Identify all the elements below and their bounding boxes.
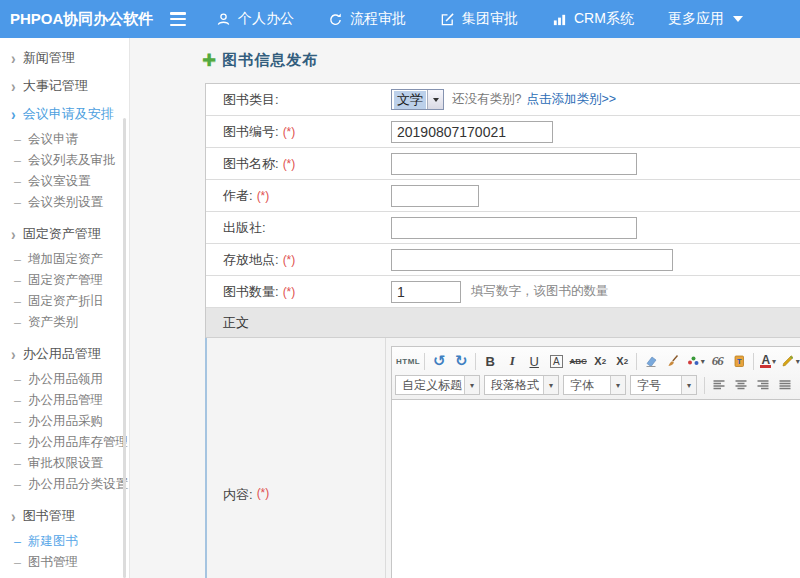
underline-icon[interactable]: U bbox=[524, 351, 544, 371]
caret-icon: ▾ bbox=[796, 357, 800, 366]
combo-arrow-icon: ▾ bbox=[681, 376, 696, 394]
dash-icon: – bbox=[14, 154, 21, 168]
supplies-sublist: –办公用品领用 –办公用品管理 –办公用品采购 –办公用品库存管理 –审批权限设… bbox=[0, 369, 129, 495]
row-location: 存放地点:(*) bbox=[206, 244, 800, 276]
dash-icon: – bbox=[14, 535, 21, 549]
format-painter-icon[interactable] bbox=[663, 351, 683, 371]
required-mark: (*) bbox=[257, 189, 270, 203]
book-name-input[interactable] bbox=[391, 153, 637, 175]
quantity-input[interactable] bbox=[391, 281, 461, 303]
sidebar-item-meeting[interactable]: ›会议申请及安排 bbox=[0, 100, 129, 128]
row-publisher: 出版社: bbox=[206, 212, 800, 244]
font-family-combo[interactable]: 字体▾ bbox=[563, 375, 626, 395]
sidebar-item-assets[interactable]: ›固定资产管理 bbox=[0, 220, 129, 248]
sidebar-item-asset-manage[interactable]: –固定资产管理 bbox=[0, 270, 129, 291]
sidebar-item-meeting-room[interactable]: –会议室设置 bbox=[0, 171, 129, 192]
combo-arrow-icon: ▾ bbox=[464, 376, 479, 394]
sidebar-item-books[interactable]: ›图书管理 bbox=[0, 502, 129, 530]
chevron-right-icon: › bbox=[11, 507, 16, 525]
source-code-button[interactable]: HTML bbox=[396, 351, 420, 371]
align-left-icon[interactable] bbox=[709, 375, 729, 395]
sidebar-item-asset-category[interactable]: –资产类别 bbox=[0, 312, 129, 333]
sidebar-scrollbar[interactable] bbox=[123, 118, 126, 578]
dash-icon: – bbox=[14, 175, 21, 189]
required-mark: (*) bbox=[257, 486, 270, 500]
location-input[interactable] bbox=[391, 249, 673, 271]
paragraph-format-combo[interactable]: 段落格式▾ bbox=[484, 375, 559, 395]
dash-icon: – bbox=[14, 316, 21, 330]
approve-icon bbox=[440, 12, 455, 27]
combo-arrow-icon: ▾ bbox=[543, 376, 558, 394]
sidebar-item-supplies[interactable]: ›办公用品管理 bbox=[0, 340, 129, 368]
blockquote-icon[interactable]: 66 bbox=[707, 351, 727, 371]
sidebar-item-supplies-stock[interactable]: –办公用品库存管理 bbox=[0, 432, 129, 453]
quantity-hint: 填写数字，该图书的数量 bbox=[471, 283, 609, 300]
italic-icon[interactable]: I bbox=[502, 351, 522, 371]
align-justify-icon[interactable] bbox=[775, 375, 795, 395]
top-header-bar: PHPOA协同办公软件 个人办公 流程审批 集团审批 CRM系统 更多应用 bbox=[0, 0, 800, 38]
sidebar-item-supplies-manage[interactable]: –办公用品管理 bbox=[0, 390, 129, 411]
menu-personal-office[interactable]: 个人办公 bbox=[216, 10, 294, 28]
row-quantity: 图书数量:(*) 填写数字，该图书的数量 bbox=[206, 276, 800, 308]
toolbar-row-2: 自定义标题▾ 段落格式▾ 字体▾ 字号▾ bbox=[395, 373, 800, 397]
strikethrough-icon[interactable]: ABC bbox=[568, 351, 588, 371]
svg-text:T: T bbox=[737, 357, 742, 366]
sidebar-item-approval-permission[interactable]: –审批权限设置 bbox=[0, 453, 129, 474]
align-right-icon[interactable] bbox=[753, 375, 773, 395]
caret-down-icon bbox=[733, 16, 743, 22]
add-category-link[interactable]: 点击添加类别>> bbox=[526, 91, 616, 108]
sidebar-item-meeting-apply[interactable]: –会议申请 bbox=[0, 129, 129, 150]
menu-more-apps[interactable]: 更多应用 bbox=[668, 10, 743, 28]
sidebar-item-supplies-claim[interactable]: –办公用品领用 bbox=[0, 369, 129, 390]
font-size-combo[interactable]: 字号▾ bbox=[630, 375, 697, 395]
author-input[interactable] bbox=[391, 185, 479, 207]
dash-icon: – bbox=[14, 415, 21, 429]
main-content: ✚ 图书信息发布 图书类目: 文学 还没有类别? 点击添加类别>> 图书编号:(… bbox=[131, 38, 800, 578]
dash-icon: – bbox=[14, 556, 21, 570]
eraser-icon[interactable] bbox=[641, 351, 661, 371]
font-color-icon[interactable]: A▾ bbox=[758, 351, 778, 371]
redo-icon[interactable]: ↻ bbox=[451, 351, 471, 371]
dash-icon: – bbox=[14, 295, 21, 309]
assets-sublist: –增加固定资产 –固定资产管理 –固定资产折旧 –资产类别 bbox=[0, 249, 129, 333]
dash-icon: – bbox=[14, 274, 21, 288]
menu-flow-approval[interactable]: 流程审批 bbox=[328, 10, 406, 28]
undo-icon[interactable]: ↺ bbox=[429, 351, 449, 371]
superscript-icon[interactable]: X2 bbox=[590, 351, 610, 371]
book-no-input[interactable] bbox=[391, 121, 553, 143]
sidebar-item-news[interactable]: ›新闻管理 bbox=[0, 44, 129, 72]
align-center-icon[interactable] bbox=[731, 375, 751, 395]
toolbar-row-1: HTML ↺ ↻ B I U A ABC X2 X2 bbox=[395, 349, 800, 373]
required-mark: (*) bbox=[283, 285, 296, 299]
editor-content-area[interactable] bbox=[391, 400, 800, 578]
sidebar-item-supplies-purchase[interactable]: –办公用品采购 bbox=[0, 411, 129, 432]
row-book-no: 图书编号:(*) bbox=[206, 116, 800, 148]
font-border-icon[interactable]: A bbox=[550, 355, 563, 368]
select-arrow-icon bbox=[427, 90, 443, 109]
sidebar-item-memorabilia[interactable]: ›大事记管理 bbox=[0, 72, 129, 100]
paste-plain-icon[interactable]: T bbox=[729, 351, 749, 371]
highlight-pen-icon[interactable]: ▾ bbox=[780, 351, 800, 371]
caret-icon: ▾ bbox=[772, 357, 776, 366]
color-palette-icon[interactable]: ▾ bbox=[685, 351, 705, 371]
books-sublist: –新建图书 –图书管理 bbox=[0, 531, 129, 573]
sidebar-item-asset-depreciation[interactable]: –固定资产折旧 bbox=[0, 291, 129, 312]
sidebar-item-meeting-category[interactable]: –会议类别设置 bbox=[0, 192, 129, 213]
menu-crm-system[interactable]: CRM系统 bbox=[552, 10, 634, 28]
category-select[interactable]: 文学 bbox=[391, 89, 444, 110]
sidebar-item-supplies-category[interactable]: –办公用品分类设置 bbox=[0, 474, 129, 495]
content-label: 内容:(*) bbox=[207, 338, 386, 578]
menu-group-approval[interactable]: 集团审批 bbox=[440, 10, 518, 28]
bold-icon[interactable]: B bbox=[480, 351, 500, 371]
hamburger-menu-icon[interactable] bbox=[170, 12, 188, 26]
publisher-input[interactable] bbox=[391, 217, 637, 239]
subscript-icon[interactable]: X2 bbox=[612, 351, 632, 371]
dash-icon: – bbox=[14, 373, 21, 387]
sidebar-item-book-manage[interactable]: –图书管理 bbox=[0, 552, 129, 573]
caret-icon: ▾ bbox=[701, 357, 705, 366]
dash-icon: – bbox=[14, 436, 21, 450]
custom-title-combo[interactable]: 自定义标题▾ bbox=[395, 375, 480, 395]
sidebar-item-meeting-list[interactable]: –会议列表及审批 bbox=[0, 150, 129, 171]
sidebar-item-book-new[interactable]: –新建图书 bbox=[0, 531, 129, 552]
sidebar-item-asset-add[interactable]: –增加固定资产 bbox=[0, 249, 129, 270]
